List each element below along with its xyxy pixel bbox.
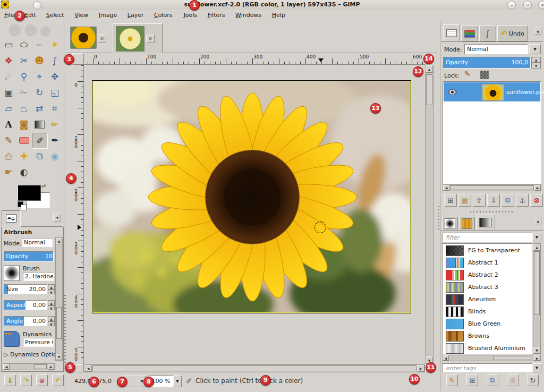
menu-filters[interactable]: Filters bbox=[203, 10, 230, 20]
scroll-right-icon[interactable]: ▶ bbox=[48, 364, 54, 370]
horizontal-ruler[interactable]: 0 100 200 300 400 500 600 bbox=[84, 53, 425, 65]
swap-colors-icon[interactable]: ⇄ bbox=[41, 183, 46, 189]
layer-list[interactable]: sunflower.png bbox=[443, 81, 541, 184]
lock-alpha-icon[interactable] bbox=[480, 71, 489, 79]
foreground-color-swatch[interactable] bbox=[18, 185, 41, 201]
tab-gradients[interactable] bbox=[476, 215, 495, 231]
layer-opacity-slider[interactable]: Opacity 100,0 bbox=[443, 57, 531, 69]
bucket-fill-tool-icon[interactable]: ◙ bbox=[16, 117, 31, 132]
delete-layer-icon[interactable]: ⊗ bbox=[530, 194, 543, 207]
gradient-item[interactable]: Abstract 2 bbox=[443, 269, 531, 281]
close-icon[interactable]: ✕ bbox=[538, 1, 544, 9]
duplicate-layer-icon[interactable]: ⧉ bbox=[502, 194, 514, 207]
image-tab-close-icon[interactable]: ✕ bbox=[98, 35, 106, 43]
gradients-panel-menu-icon[interactable]: ◂ bbox=[534, 218, 541, 225]
heal-tool-icon[interactable]: ✚ bbox=[16, 149, 31, 164]
gradient-list-hscrollbar[interactable]: ◀ ▶ bbox=[442, 355, 541, 361]
raise-layer-icon[interactable]: ⇧ bbox=[473, 194, 486, 207]
scroll-down-icon[interactable]: ▼ bbox=[56, 354, 62, 360]
menu-help[interactable]: Help bbox=[268, 10, 290, 20]
brush-select[interactable]: 2. Hardnes bbox=[23, 272, 54, 281]
move-tool-icon[interactable]: ✥ bbox=[47, 69, 62, 84]
pencil-tool-icon[interactable]: ✏ bbox=[47, 117, 62, 132]
menu-layer[interactable]: Layer bbox=[123, 10, 148, 20]
ellipse-select-tool-icon[interactable]: ⬭ bbox=[16, 37, 31, 52]
dynamics-preview-icon[interactable] bbox=[4, 331, 20, 347]
gradient-tags-field[interactable] bbox=[442, 363, 532, 372]
menu-windows[interactable]: Windows bbox=[231, 10, 266, 20]
dock-separator-handle[interactable] bbox=[470, 211, 513, 212]
layer-mode-select[interactable]: Normal bbox=[464, 44, 528, 54]
reset-tool-options-icon[interactable]: ↶ bbox=[52, 374, 64, 386]
tool-options-vscrollbar[interactable]: ▲ ▼ bbox=[55, 237, 63, 361]
gradient-item[interactable]: Blinds bbox=[443, 305, 531, 318]
tab-tool-options[interactable]: ◓◒ bbox=[2, 210, 21, 226]
tab-patterns[interactable] bbox=[459, 217, 475, 231]
tab-undo-history[interactable]: ↶ Undo bbox=[497, 25, 528, 41]
layer-name[interactable]: sunflower.png bbox=[506, 89, 544, 96]
delete-gradient-icon[interactable]: ⊗ bbox=[507, 374, 518, 386]
gradient-filter-input[interactable] bbox=[445, 234, 532, 242]
shear-tool-icon[interactable]: ▱ bbox=[1, 101, 16, 116]
perspective-clone-tool-icon[interactable]: ⧉ bbox=[32, 149, 47, 164]
smudge-tool-icon[interactable]: ☛ bbox=[1, 165, 16, 180]
size-spinner[interactable]: ▲▼ bbox=[48, 284, 55, 294]
menu-select[interactable]: Select bbox=[42, 10, 69, 20]
menu-colors[interactable]: Colors bbox=[150, 10, 176, 20]
gradient-list[interactable]: FG to Transparent Abstract 1 Abstract 2 … bbox=[442, 243, 532, 354]
dynamics-select[interactable]: Pressure O bbox=[23, 338, 54, 347]
clone-tool-icon[interactable]: ⎙ bbox=[1, 149, 16, 164]
gradient-tags-input[interactable] bbox=[445, 364, 532, 372]
scroll-left-icon[interactable]: ◀ bbox=[3, 364, 10, 370]
anchor-layer-icon[interactable]: ⚓ bbox=[516, 194, 529, 207]
crop-tool-icon[interactable]: ✁ bbox=[16, 85, 31, 100]
blur-sharpen-tool-icon[interactable]: ◉ bbox=[47, 149, 62, 164]
lock-pixels-icon[interactable]: ✎ bbox=[464, 70, 471, 78]
scroll-up-icon[interactable]: ▲ bbox=[56, 238, 62, 244]
gradient-item[interactable]: Brushed Aluminium bbox=[443, 342, 531, 354]
refresh-gradients-icon[interactable]: ↻ bbox=[527, 374, 539, 386]
layers-panel-menu-icon[interactable]: ◂ bbox=[534, 28, 541, 35]
rotate-tool-icon[interactable]: ↻ bbox=[32, 85, 47, 100]
new-gradient-icon[interactable]: ⊞ bbox=[466, 374, 478, 386]
fuzzy-select-tool-icon[interactable]: ✶ bbox=[47, 37, 62, 52]
canvas-scroll-left-icon[interactable]: ◀ bbox=[84, 365, 92, 372]
canvas-scroll-up-icon[interactable]: ▲ bbox=[426, 65, 433, 73]
brush-preview-icon[interactable] bbox=[4, 265, 20, 281]
canvas-scroll-right-icon[interactable]: ▶ bbox=[417, 365, 424, 372]
select-by-color-tool-icon[interactable]: ❖ bbox=[1, 53, 16, 68]
canvas-hscrollbar[interactable]: ◀ ▶ bbox=[84, 364, 425, 372]
zoom-dropdown-icon[interactable]: ▼ bbox=[173, 376, 182, 387]
layer-mode-dropdown-icon[interactable]: ▼ bbox=[529, 44, 541, 54]
tab-channels[interactable] bbox=[461, 25, 478, 41]
dodge-burn-tool-icon[interactable]: ◐ bbox=[16, 165, 31, 180]
title-bar[interactable]: sunflower.xcf-2.0 (RGB color, 1 layer) 5… bbox=[0, 0, 544, 10]
canvas-hscroll-thumb[interactable] bbox=[92, 365, 416, 371]
vertical-ruler[interactable]: 0 100 200 300 400 500 bbox=[72, 65, 84, 364]
ink-tool-icon[interactable]: ✒ bbox=[47, 133, 62, 148]
zoom-tool-icon[interactable]: ⚲ bbox=[16, 69, 31, 84]
toolbox-panel-menu-icon[interactable]: ◂ bbox=[53, 214, 61, 221]
opacity-slider[interactable]: Opacity 10 bbox=[4, 251, 54, 262]
scale-tool-icon[interactable]: ◱ bbox=[47, 85, 62, 100]
flip-tool-icon[interactable]: ⇄ bbox=[32, 101, 47, 116]
duplicate-gradient-icon[interactable]: ⧉ bbox=[487, 374, 498, 386]
layer-row-sunflower[interactable]: sunflower.png bbox=[444, 82, 540, 101]
perspective-tool-icon[interactable]: ⏢ bbox=[16, 101, 31, 116]
scissors-select-tool-icon[interactable]: ✂ bbox=[16, 53, 31, 68]
image-tab-close-icon-2[interactable]: ✕ bbox=[146, 35, 155, 43]
menu-tools[interactable]: Tools bbox=[178, 10, 201, 20]
measure-tool-icon[interactable]: ⌖ bbox=[32, 69, 47, 84]
cage-transform-tool-icon[interactable]: ⌗ bbox=[47, 101, 62, 116]
gradient-item[interactable]: Abstract 1 bbox=[443, 257, 531, 269]
save-tool-preset-icon[interactable]: ⇓ bbox=[4, 374, 16, 386]
eraser-tool-icon[interactable] bbox=[16, 133, 31, 148]
window-menu-button[interactable] bbox=[33, 1, 41, 10]
dynamics-options-expander[interactable]: ▷ Dynamics Optio bbox=[4, 351, 56, 358]
dock-resize-handle-right[interactable] bbox=[438, 206, 439, 231]
edit-gradient-icon[interactable]: ✎ bbox=[446, 374, 458, 386]
restore-tool-preset-icon[interactable]: ↷ bbox=[20, 374, 32, 386]
gradient-tool-icon[interactable] bbox=[32, 117, 47, 132]
gradient-item[interactable]: Blue Green bbox=[443, 318, 531, 330]
gradient-item[interactable]: Browns bbox=[443, 330, 531, 342]
